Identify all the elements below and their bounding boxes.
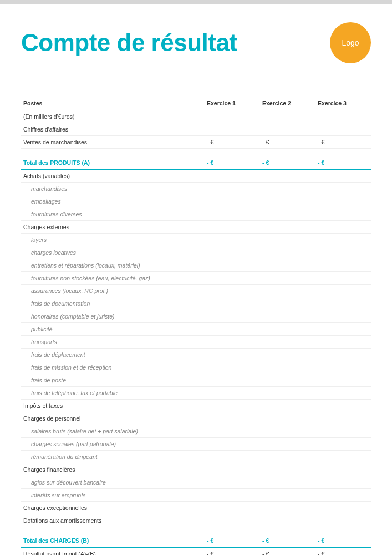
col-ex1: Exercice 1 bbox=[205, 97, 260, 110]
row-value bbox=[315, 488, 371, 501]
row-value bbox=[205, 110, 260, 123]
table-row: Résultat avant Impôt (A)-(B)- €- €- € bbox=[21, 547, 371, 555]
row-label: emballages bbox=[21, 195, 205, 208]
row-value bbox=[260, 169, 315, 183]
row-label: rémunération du dirigeant bbox=[21, 450, 205, 463]
row-value: - € bbox=[315, 534, 371, 547]
row-value bbox=[260, 123, 315, 136]
row-label: loyers bbox=[21, 233, 205, 246]
table-row: Impôts et taxes bbox=[21, 399, 371, 412]
row-value bbox=[315, 322, 371, 335]
row-value bbox=[205, 271, 260, 284]
row-value bbox=[315, 463, 371, 476]
table-row: (En milliers d'€uros) bbox=[21, 110, 371, 123]
table-row: rémunération du dirigeant bbox=[21, 450, 371, 463]
row-value bbox=[260, 514, 315, 527]
table-row: assurances (locaux, RC prof.) bbox=[21, 284, 371, 297]
row-label: salaires bruts (salaire net + part salar… bbox=[21, 425, 205, 437]
row-label: Charges externes bbox=[21, 220, 205, 233]
row-value bbox=[260, 220, 315, 233]
table-row: Dotations aux amortissements bbox=[21, 514, 371, 527]
row-label: charges locatives bbox=[21, 246, 205, 259]
row-value bbox=[205, 297, 260, 310]
col-ex3: Exercice 3 bbox=[315, 97, 371, 110]
row-value bbox=[315, 425, 371, 437]
row-label: frais de documentation bbox=[21, 297, 205, 310]
row-value bbox=[205, 425, 260, 437]
row-value bbox=[315, 501, 371, 514]
row-label: Total des CHARGES (B) bbox=[21, 534, 205, 547]
table-row: agios sur découvert bancaire bbox=[21, 476, 371, 488]
row-value bbox=[260, 412, 315, 425]
row-value bbox=[315, 259, 371, 271]
table-row: Chiffres d'affaires bbox=[21, 123, 371, 136]
row-value bbox=[205, 195, 260, 208]
row-label: Total des PRODUITS (A) bbox=[21, 157, 205, 169]
row-value bbox=[205, 361, 260, 374]
row-value bbox=[315, 399, 371, 412]
row-value bbox=[205, 501, 260, 514]
table-body: (En milliers d'€uros)Chiffres d'affaires… bbox=[21, 110, 371, 556]
row-value bbox=[260, 110, 315, 123]
row-value bbox=[315, 476, 371, 488]
row-label: intérêts sur emprunts bbox=[21, 488, 205, 501]
row-value bbox=[315, 386, 371, 399]
row-value bbox=[205, 437, 260, 450]
table-row bbox=[21, 527, 371, 534]
row-value bbox=[315, 437, 371, 450]
row-value: - € bbox=[205, 534, 260, 547]
row-label: assurances (locaux, RC prof.) bbox=[21, 284, 205, 297]
row-value bbox=[315, 169, 371, 183]
row-value bbox=[205, 399, 260, 412]
row-value bbox=[315, 271, 371, 284]
table-row: frais de téléphone, fax et portable bbox=[21, 386, 371, 399]
row-value bbox=[205, 514, 260, 527]
row-value bbox=[260, 501, 315, 514]
row-value bbox=[315, 195, 371, 208]
row-value bbox=[205, 233, 260, 246]
row-value bbox=[260, 310, 315, 322]
row-label: charges sociales (part patronale) bbox=[21, 437, 205, 450]
row-value bbox=[315, 310, 371, 322]
table-row: emballages bbox=[21, 195, 371, 208]
row-value bbox=[260, 450, 315, 463]
row-label: (En milliers d'€uros) bbox=[21, 110, 205, 123]
row-value bbox=[315, 110, 371, 123]
row-value: - € bbox=[260, 547, 315, 555]
row-value: - € bbox=[315, 136, 371, 149]
table-row: Charges externes bbox=[21, 220, 371, 233]
table-row: Achats (variables) bbox=[21, 169, 371, 183]
row-value bbox=[260, 463, 315, 476]
row-value bbox=[260, 322, 315, 335]
row-value bbox=[315, 246, 371, 259]
row-value bbox=[260, 348, 315, 361]
table-row: fournitures diverses bbox=[21, 208, 371, 220]
row-value bbox=[315, 412, 371, 425]
row-label: frais de mission et de réception bbox=[21, 361, 205, 374]
row-value bbox=[205, 374, 260, 386]
row-label: Achats (variables) bbox=[21, 169, 205, 183]
logo-text: Logo bbox=[342, 38, 359, 47]
row-label: honoraires (comptable et juriste) bbox=[21, 310, 205, 322]
table-row: transports bbox=[21, 335, 371, 348]
row-value bbox=[260, 271, 315, 284]
table-row: charges locatives bbox=[21, 246, 371, 259]
table-row: Charges exceptionnelles bbox=[21, 501, 371, 514]
row-value: - € bbox=[315, 547, 371, 555]
row-value bbox=[260, 208, 315, 220]
row-value bbox=[260, 361, 315, 374]
row-label: Résultat avant Impôt (A)-(B) bbox=[21, 547, 205, 555]
row-label: transports bbox=[21, 335, 205, 348]
row-label: frais de téléphone, fax et portable bbox=[21, 386, 205, 399]
row-value bbox=[260, 284, 315, 297]
row-value bbox=[205, 169, 260, 183]
row-value bbox=[315, 208, 371, 220]
row-value bbox=[260, 374, 315, 386]
row-label: frais de poste bbox=[21, 374, 205, 386]
row-label: marchandises bbox=[21, 182, 205, 195]
row-value bbox=[260, 297, 315, 310]
row-value bbox=[260, 399, 315, 412]
table-row bbox=[21, 149, 371, 157]
table-row: marchandises bbox=[21, 182, 371, 195]
row-value bbox=[260, 259, 315, 271]
